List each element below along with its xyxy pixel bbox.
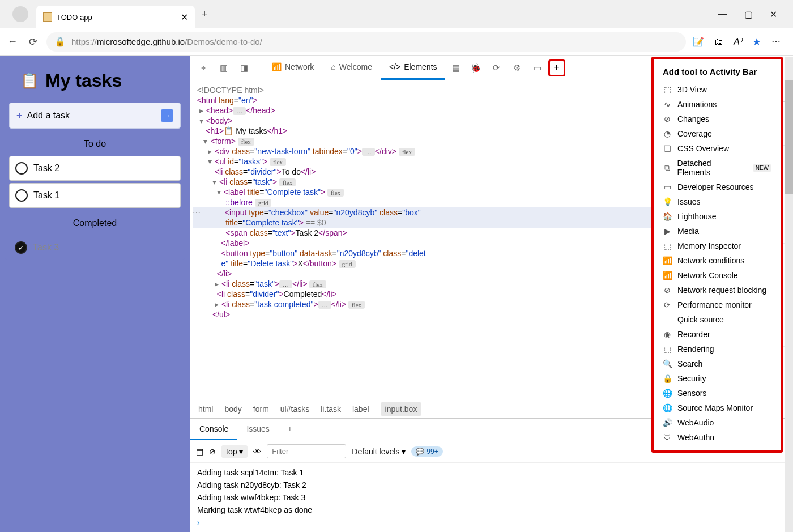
console-icon[interactable]: ▤ [446,63,466,73]
tab-welcome[interactable]: ⌂Welcome [323,56,380,80]
console-line: Marking task wtwf4bkep as done [197,504,786,516]
menu-icon[interactable]: ⋯ [771,36,781,47]
menu-item-media[interactable]: ▶Media [654,224,781,239]
tab-network[interactable]: 📶Network [264,56,322,80]
new-tab-button[interactable]: + [202,8,208,20]
task-item-completed[interactable]: ✓ Task 3 [9,235,181,260]
menu-item-label: Sensors [677,389,706,398]
menu-item-performance-monitor[interactable]: ⟳Performance monitor [654,297,781,312]
menu-item-network-conditions[interactable]: 📶Network conditions [654,253,781,268]
menu-item-source-maps-monitor[interactable]: 🌐Source Maps Monitor [654,401,781,415]
menu-item-animations[interactable]: ∿Animations [654,97,781,112]
memory-icon[interactable]: ⚙ [508,63,527,73]
clear-console-icon[interactable]: ⊘ [209,447,216,456]
tab-close-icon[interactable]: ✕ [181,12,188,23]
tab-issues[interactable]: Issues [237,419,278,440]
menu-item-3d-view[interactable]: ⬚3D View [654,82,781,97]
checkbox-icon[interactable] [15,189,28,202]
checkbox-icon[interactable] [15,162,28,175]
menu-item-rendering[interactable]: ⬚Rendering [654,342,781,356]
checkbox-checked-icon[interactable]: ✓ [15,241,27,254]
favorite-icon[interactable]: ★ [752,36,761,48]
add-task-input[interactable]: + Add a task → [9,103,181,129]
menu-item-icon: ❏ [663,144,672,153]
menu-item-developer-resources[interactable]: ▭Developer Resources [654,180,781,194]
appearance-icon[interactable]: 📝 [693,36,704,47]
menu-item-issues[interactable]: 💡Issues [654,194,781,209]
menu-item-security[interactable]: 🔒Security [654,371,781,386]
window-maximize-icon[interactable]: ▢ [744,9,753,20]
performance-icon[interactable]: ⟳ [487,63,506,73]
tab-elements[interactable]: </>Elements [381,56,445,80]
site-identity-icon[interactable]: 🔒 [54,36,66,47]
menu-item-label: Network request blocking [677,286,766,295]
menu-item-webauthn[interactable]: 🛡WebAuthn [654,430,781,445]
menu-item-label: WebAuthn [677,433,714,442]
menu-item-icon: 🔍 [663,359,672,368]
add-tool-button[interactable]: + [548,59,565,76]
menu-item-changes[interactable]: ⊘Changes [654,112,781,126]
menu-item-icon: 📶 [663,256,672,265]
dom-tree[interactable]: <!DOCTYPE html> <html lang="en"> ▸<head>… [190,80,701,399]
page-scrollbar[interactable] [785,57,793,532]
console-line: Adding task scpl14ctm: Task 1 [197,466,786,479]
task-item[interactable]: Task 1 [9,183,181,208]
add-tool-menu: Add tool to Activity Bar ⬚3D View∿Animat… [651,57,783,453]
console-line: Adding task n20yd8cyb: Task 2 [197,479,786,491]
menu-item-quick-source[interactable]: Quick source [654,312,781,327]
menu-item-memory-inspector[interactable]: ⬚Memory Inspector [654,239,781,253]
console-output[interactable]: Adding task scpl14ctm: Task 1 Adding tas… [190,463,793,532]
window-close-icon[interactable]: ✕ [770,9,777,20]
menu-item-label: Network conditions [677,256,744,265]
back-icon[interactable]: ← [6,36,19,48]
menu-item-label: Coverage [677,129,712,138]
task-item[interactable]: Task 2 [9,156,181,181]
live-expression-icon[interactable]: 👁 [253,447,261,456]
inspect-icon[interactable]: ⌖ [194,63,213,73]
issues-badge[interactable]: 💬 99+ [411,446,442,457]
home-icon: ⌂ [331,62,335,71]
menu-item-label: Source Maps Monitor [677,403,753,412]
profile-avatar[interactable] [12,6,28,22]
clipboard-icon: 📋 [20,72,39,90]
console-prompt[interactable]: › [197,516,786,529]
dock-icon[interactable]: ◨ [235,63,254,73]
menu-item-lighthouse[interactable]: 🏠Lighthouse [654,209,781,224]
application-icon[interactable]: ▭ [528,63,547,73]
console-line: Adding task wtwf4bkep: Task 3 [197,491,786,504]
menu-item-detached-elements[interactable]: ⧉Detached ElementsNEW [654,156,781,180]
menu-item-search[interactable]: 🔍Search [654,356,781,371]
tab-console[interactable]: Console [190,419,237,440]
sources-icon[interactable]: 🐞 [467,63,486,73]
url-input[interactable]: 🔒 https://microsoftedge.github.io/Demos/… [46,32,686,52]
console-filter-input[interactable] [267,444,346,458]
menu-item-css-overview[interactable]: ❏CSS Overview [654,141,781,156]
sidebar-toggle-icon[interactable]: ▤ [196,447,203,456]
selected-dom-node[interactable]: ⋯ <input type="checkbox" value="n20yd8cy… [193,207,699,218]
window-minimize-icon[interactable]: — [718,9,727,20]
menu-item-label: Changes [677,114,709,124]
menu-item-icon: ⬚ [663,85,672,94]
tab-favicon [43,12,52,22]
menu-item-recorder[interactable]: ◉Recorder [654,327,781,342]
menu-item-label: Recorder [677,330,710,339]
drawer-add-icon[interactable]: + [279,419,301,440]
menu-item-label: Network Console [677,271,738,280]
device-toggle-icon[interactable]: ▥ [214,63,233,73]
menu-item-label: Rendering [677,344,714,354]
browser-tab[interactable]: TODO app ✕ [36,6,195,28]
menu-item-icon: ⊘ [663,114,672,124]
context-select[interactable]: top ▾ [221,445,248,458]
menu-item-sensors[interactable]: 🌐Sensors [654,386,781,401]
submit-task-icon[interactable]: → [161,109,173,122]
menu-item-label: Performance monitor [677,300,752,309]
menu-item-icon: 🔒 [663,374,672,383]
collections-icon[interactable]: 🗂 [714,37,723,47]
menu-item-webaudio[interactable]: 🔊WebAudio [654,415,781,430]
log-levels-select[interactable]: Default levels ▾ [352,447,406,456]
menu-item-coverage[interactable]: ◔Coverage [654,126,781,141]
menu-item-network-console[interactable]: 📶Network Console [654,268,781,283]
read-aloud-icon[interactable]: A⁾ [734,36,742,47]
menu-item-network-request-blocking[interactable]: ⊘Network request blocking [654,283,781,297]
refresh-icon[interactable]: ⟳ [26,36,40,48]
